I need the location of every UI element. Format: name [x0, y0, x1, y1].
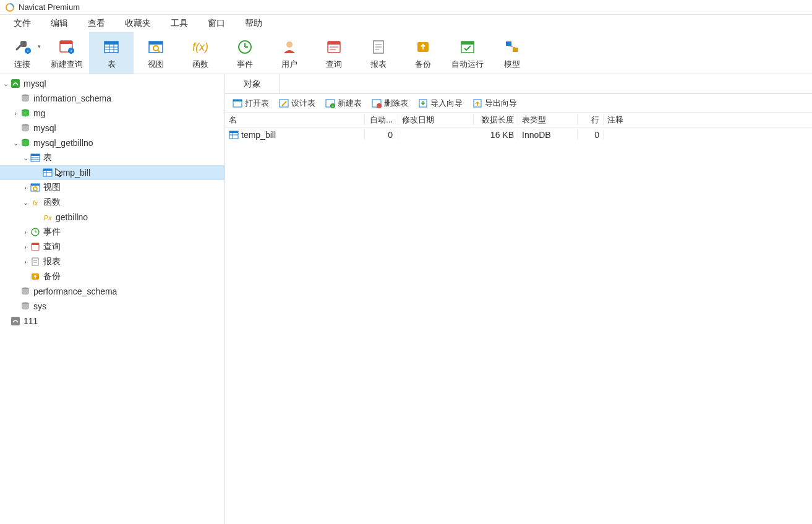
- menu-window[interactable]: 窗口: [198, 16, 235, 31]
- svg-rect-9: [105, 41, 118, 45]
- tree-db-sys[interactable]: • sys: [0, 299, 224, 314]
- toolbar-function[interactable]: f(x) 函数: [178, 32, 223, 74]
- table-row[interactable]: temp_bill 0 16 KB InnoDB 0: [225, 127, 812, 142]
- tree-label: mg: [33, 108, 45, 118]
- app-icon: [5, 2, 15, 12]
- svg-rect-24: [328, 41, 340, 45]
- backup-group-icon: [30, 272, 41, 281]
- col-type[interactable]: 表类型: [518, 114, 578, 126]
- connection-tree[interactable]: ⌄ mysql • information_schema › mg • mysq…: [0, 74, 225, 524]
- tree-node-tables[interactable]: ⌄ 表: [0, 150, 224, 165]
- obj-open-table[interactable]: 打开表: [229, 97, 273, 110]
- menu-favorites[interactable]: 收藏夹: [115, 16, 161, 31]
- toolbar-backup[interactable]: 备份: [401, 32, 445, 74]
- tree-node-functions[interactable]: ⌄ fx 函数: [0, 195, 224, 210]
- clock-icon: [236, 37, 254, 58]
- svg-rect-35: [513, 48, 518, 52]
- col-len[interactable]: 数据长度: [474, 114, 518, 126]
- svg-rect-1: [20, 41, 27, 47]
- chevron-right-icon[interactable]: ›: [21, 184, 30, 191]
- chevron-right-icon[interactable]: ›: [21, 258, 30, 265]
- svg-rect-79: [229, 131, 238, 133]
- toolbar-connect[interactable]: + 连接 ▾: [0, 32, 45, 74]
- chevron-down-icon[interactable]: ⌄: [1, 80, 10, 88]
- tree-db-mysql[interactable]: • mysql: [0, 121, 224, 135]
- tree-node-queries[interactable]: › 查询: [0, 239, 224, 254]
- toolbar-query[interactable]: 查询: [312, 32, 356, 74]
- tree-node-backup[interactable]: • 备份: [0, 269, 224, 284]
- tree-db-mg[interactable]: › mg: [0, 106, 224, 121]
- svg-rect-37: [11, 79, 20, 88]
- tree-fn-getbillno[interactable]: Px getbillno: [0, 210, 224, 225]
- tree-label: performance_schema: [33, 286, 117, 296]
- tree-db-getbillno[interactable]: ⌄ mysql_getbillno: [0, 135, 224, 150]
- tree-label: 视图: [43, 182, 61, 193]
- tree-db-information-schema[interactable]: • information_schema: [0, 91, 224, 106]
- chevron-right-icon[interactable]: ›: [21, 228, 30, 236]
- svg-point-22: [286, 41, 293, 48]
- toolbar-user[interactable]: 用户: [267, 32, 312, 74]
- obj-design-table[interactable]: 设计表: [275, 97, 319, 110]
- svg-rect-60: [32, 258, 38, 265]
- database-icon: [20, 123, 31, 133]
- report-group-icon: [30, 257, 41, 267]
- mysql-icon: [10, 79, 21, 88]
- menu-edit[interactable]: 编辑: [41, 16, 78, 31]
- tree-label: sys: [33, 301, 46, 311]
- tree-label: 函数: [43, 197, 61, 208]
- col-comm[interactable]: 注释: [604, 114, 812, 126]
- toolbar-new-query[interactable]: + 新建查询: [45, 32, 89, 74]
- obj-delete-table[interactable]: −删除表: [368, 97, 412, 110]
- tree-node-events[interactable]: › 事件: [0, 225, 224, 239]
- tab-objects[interactable]: 对象: [225, 74, 280, 93]
- menu-file[interactable]: 文件: [4, 16, 41, 31]
- backup-icon: [414, 37, 432, 58]
- toolbar-view[interactable]: 视图: [134, 32, 178, 74]
- chevron-down-icon[interactable]: ⌄: [11, 139, 20, 147]
- tree-conn-mysql[interactable]: ⌄ mysql: [0, 76, 224, 91]
- menu-tools[interactable]: 工具: [161, 16, 198, 31]
- function-group-icon: fx: [30, 197, 41, 207]
- chevron-down-icon[interactable]: ⌄: [21, 154, 30, 162]
- svg-text:−: −: [378, 103, 380, 108]
- cell-type: InnoDB: [518, 130, 578, 140]
- col-name[interactable]: 名: [225, 114, 365, 126]
- svg-line-36: [508, 46, 515, 48]
- col-rows[interactable]: 行: [578, 114, 604, 126]
- col-auto[interactable]: 自动...: [365, 114, 398, 126]
- toolbar-event[interactable]: 事件: [223, 32, 267, 74]
- tree-node-views[interactable]: › 视图: [0, 180, 224, 195]
- svg-rect-68: [233, 100, 242, 101]
- chevron-right-icon[interactable]: ›: [21, 243, 30, 251]
- chevron-right-icon[interactable]: ›: [11, 110, 20, 117]
- menu-help[interactable]: 帮助: [235, 16, 272, 31]
- query-group-icon: [30, 242, 41, 252]
- tree-label: mysql: [24, 79, 46, 88]
- table-header: 名 自动... 修改日期 数据长度 表类型 行 注释: [225, 113, 812, 127]
- obj-new-table[interactable]: +新建表: [322, 97, 365, 110]
- database-active-icon: [20, 108, 31, 118]
- new-query-icon: +: [58, 37, 76, 58]
- obj-export-wizard[interactable]: 导出向导: [469, 97, 521, 110]
- tree-table-temp-bill[interactable]: temp_bill: [0, 165, 224, 180]
- sqlserver-icon: [10, 316, 21, 326]
- svg-rect-66: [11, 317, 20, 325]
- tab-bar: 对象: [225, 74, 812, 94]
- menu-view[interactable]: 查看: [78, 16, 115, 31]
- database-icon: [20, 286, 31, 296]
- cell-len: 16 KB: [474, 130, 518, 140]
- tree-conn-111[interactable]: • 111: [0, 314, 224, 329]
- svg-rect-59: [32, 243, 39, 245]
- toolbar-model[interactable]: 模型: [490, 32, 534, 74]
- col-mod[interactable]: 修改日期: [398, 114, 474, 126]
- tree-label: 查询: [43, 241, 61, 252]
- toolbar-report[interactable]: 报表: [356, 32, 401, 74]
- tree-node-reports[interactable]: › 报表: [0, 254, 224, 269]
- toolbar-table[interactable]: 表: [89, 32, 134, 74]
- app-title: Navicat Premium: [19, 2, 80, 12]
- tree-db-performance[interactable]: • performance_schema: [0, 284, 224, 299]
- obj-import-wizard[interactable]: 导入向导: [414, 97, 466, 110]
- toolbar-autorun[interactable]: 自动运行: [445, 32, 490, 74]
- chevron-down-icon[interactable]: ⌄: [21, 199, 30, 207]
- cell-auto: 0: [365, 130, 398, 140]
